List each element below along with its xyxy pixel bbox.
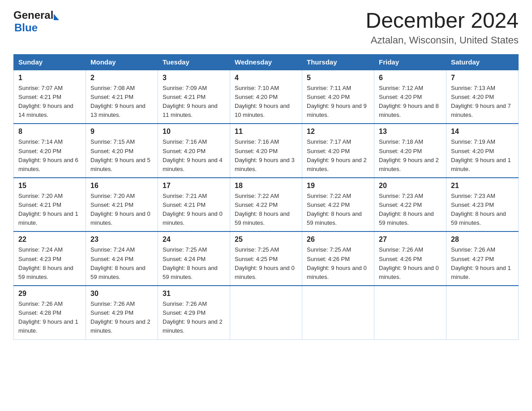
day-number: 23 [90, 235, 153, 244]
day-info: Sunrise: 7:26 AMSunset: 4:29 PMDaylight:… [90, 300, 150, 334]
day-info: Sunrise: 7:22 AMSunset: 4:22 PMDaylight:… [307, 193, 362, 226]
calendar-cell: 24 Sunrise: 7:25 AMSunset: 4:24 PMDaylig… [158, 231, 230, 286]
day-info: Sunrise: 7:26 AMSunset: 4:26 PMDaylight:… [379, 246, 439, 280]
day-info: Sunrise: 7:16 AMSunset: 4:20 PMDaylight:… [235, 138, 295, 172]
calendar-cell: 3 Sunrise: 7:09 AMSunset: 4:21 PMDayligh… [158, 70, 230, 124]
calendar-cell: 31 Sunrise: 7:26 AMSunset: 4:29 PMDaylig… [158, 286, 230, 339]
day-info: Sunrise: 7:16 AMSunset: 4:20 PMDaylight:… [163, 138, 223, 172]
weekday-header-monday: Monday [86, 54, 158, 70]
calendar-cell: 27 Sunrise: 7:26 AMSunset: 4:26 PMDaylig… [374, 231, 446, 286]
day-number: 6 [379, 74, 442, 82]
day-info: Sunrise: 7:24 AMSunset: 4:23 PMDaylight:… [18, 246, 73, 280]
calendar-week-1: 1 Sunrise: 7:07 AMSunset: 4:21 PMDayligh… [14, 70, 519, 124]
day-info: Sunrise: 7:10 AMSunset: 4:20 PMDaylight:… [235, 85, 290, 118]
day-info: Sunrise: 7:18 AMSunset: 4:20 PMDaylight:… [379, 138, 439, 172]
day-info: Sunrise: 7:22 AMSunset: 4:22 PMDaylight:… [235, 193, 290, 226]
day-info: Sunrise: 7:15 AMSunset: 4:20 PMDaylight:… [90, 138, 150, 172]
weekday-header-sunday: Sunday [14, 54, 86, 70]
day-info: Sunrise: 7:25 AMSunset: 4:24 PMDaylight:… [163, 246, 218, 280]
calendar-cell: 4 Sunrise: 7:10 AMSunset: 4:20 PMDayligh… [230, 70, 302, 124]
calendar-cell: 30 Sunrise: 7:26 AMSunset: 4:29 PMDaylig… [86, 286, 158, 339]
day-number: 17 [163, 182, 225, 190]
day-number: 31 [163, 290, 225, 298]
day-number: 18 [235, 182, 297, 190]
day-info: Sunrise: 7:24 AMSunset: 4:24 PMDaylight:… [90, 246, 146, 280]
location-subtitle: Aztalan, Wisconsin, United States [365, 34, 519, 46]
day-number: 29 [18, 290, 81, 298]
day-number: 11 [235, 128, 297, 136]
calendar-cell: 5 Sunrise: 7:11 AMSunset: 4:20 PMDayligh… [302, 70, 374, 124]
calendar-cell: 20 Sunrise: 7:23 AMSunset: 4:22 PMDaylig… [374, 178, 446, 232]
logo: General Blue [13, 9, 59, 34]
calendar-cell: 28 Sunrise: 7:26 AMSunset: 4:27 PMDaylig… [446, 231, 519, 286]
day-info: Sunrise: 7:23 AMSunset: 4:23 PMDaylight:… [451, 193, 506, 226]
day-number: 19 [307, 182, 369, 190]
day-info: Sunrise: 7:26 AMSunset: 4:29 PMDaylight:… [163, 300, 223, 334]
day-info: Sunrise: 7:26 AMSunset: 4:27 PMDaylight:… [451, 246, 511, 280]
calendar-cell: 10 Sunrise: 7:16 AMSunset: 4:20 PMDaylig… [158, 124, 230, 178]
day-number: 15 [18, 182, 81, 190]
day-number: 25 [235, 235, 297, 244]
calendar-week-2: 8 Sunrise: 7:14 AMSunset: 4:20 PMDayligh… [14, 124, 519, 178]
day-info: Sunrise: 7:26 AMSunset: 4:28 PMDaylight:… [18, 300, 78, 334]
calendar-cell: 13 Sunrise: 7:18 AMSunset: 4:20 PMDaylig… [374, 124, 446, 178]
day-number: 5 [307, 74, 369, 82]
day-number: 7 [451, 74, 514, 82]
weekday-header-row: SundayMondayTuesdayWednesdayThursdayFrid… [14, 54, 519, 70]
day-info: Sunrise: 7:25 AMSunset: 4:25 PMDaylight:… [235, 246, 295, 280]
calendar-cell [302, 286, 374, 339]
calendar-cell: 22 Sunrise: 7:24 AMSunset: 4:23 PMDaylig… [14, 231, 86, 286]
calendar-week-5: 29 Sunrise: 7:26 AMSunset: 4:28 PMDaylig… [14, 286, 519, 339]
day-number: 22 [18, 235, 81, 244]
weekday-header-tuesday: Tuesday [158, 54, 230, 70]
day-number: 4 [235, 74, 297, 82]
day-number: 14 [451, 128, 514, 136]
day-number: 28 [451, 235, 514, 244]
day-number: 13 [379, 128, 442, 136]
calendar-cell [374, 286, 446, 339]
day-info: Sunrise: 7:07 AMSunset: 4:21 PMDaylight:… [18, 85, 73, 118]
day-number: 9 [90, 128, 153, 136]
logo-general-text: General [13, 9, 53, 21]
weekday-header-saturday: Saturday [446, 54, 519, 70]
title-block: December 2024 Aztalan, Wisconsin, United… [365, 9, 519, 46]
day-number: 1 [18, 74, 81, 82]
logo-triangle-icon [54, 14, 59, 20]
day-number: 21 [451, 182, 514, 190]
day-number: 12 [307, 128, 369, 136]
calendar-cell: 16 Sunrise: 7:20 AMSunset: 4:21 PMDaylig… [86, 178, 158, 232]
day-info: Sunrise: 7:25 AMSunset: 4:26 PMDaylight:… [307, 246, 367, 280]
weekday-header-wednesday: Wednesday [230, 54, 302, 70]
day-info: Sunrise: 7:12 AMSunset: 4:20 PMDaylight:… [379, 85, 439, 118]
weekday-header-friday: Friday [374, 54, 446, 70]
day-number: 30 [90, 290, 153, 298]
month-title: December 2024 [365, 9, 519, 33]
calendar-cell: 11 Sunrise: 7:16 AMSunset: 4:20 PMDaylig… [230, 124, 302, 178]
day-info: Sunrise: 7:19 AMSunset: 4:20 PMDaylight:… [451, 138, 511, 172]
day-info: Sunrise: 7:17 AMSunset: 4:20 PMDaylight:… [307, 138, 367, 172]
day-number: 10 [163, 128, 225, 136]
page-header: General Blue December 2024 Aztalan, Wisc… [13, 9, 519, 46]
day-number: 16 [90, 182, 153, 190]
calendar-cell: 8 Sunrise: 7:14 AMSunset: 4:20 PMDayligh… [14, 124, 86, 178]
calendar-cell: 21 Sunrise: 7:23 AMSunset: 4:23 PMDaylig… [446, 178, 519, 232]
day-info: Sunrise: 7:08 AMSunset: 4:21 PMDaylight:… [90, 85, 146, 118]
calendar-cell: 26 Sunrise: 7:25 AMSunset: 4:26 PMDaylig… [302, 231, 374, 286]
day-number: 2 [90, 74, 153, 82]
calendar-cell [446, 286, 519, 339]
calendar-cell: 1 Sunrise: 7:07 AMSunset: 4:21 PMDayligh… [14, 70, 86, 124]
calendar-cell: 6 Sunrise: 7:12 AMSunset: 4:20 PMDayligh… [374, 70, 446, 124]
day-info: Sunrise: 7:11 AMSunset: 4:20 PMDaylight:… [307, 85, 367, 118]
day-info: Sunrise: 7:23 AMSunset: 4:22 PMDaylight:… [379, 193, 434, 226]
calendar-cell: 9 Sunrise: 7:15 AMSunset: 4:20 PMDayligh… [86, 124, 158, 178]
calendar-cell: 2 Sunrise: 7:08 AMSunset: 4:21 PMDayligh… [86, 70, 158, 124]
calendar-cell: 23 Sunrise: 7:24 AMSunset: 4:24 PMDaylig… [86, 231, 158, 286]
calendar-cell: 19 Sunrise: 7:22 AMSunset: 4:22 PMDaylig… [302, 178, 374, 232]
calendar-table: SundayMondayTuesdayWednesdayThursdayFrid… [13, 54, 519, 340]
day-info: Sunrise: 7:13 AMSunset: 4:20 PMDaylight:… [451, 85, 511, 118]
day-number: 26 [307, 235, 369, 244]
day-info: Sunrise: 7:14 AMSunset: 4:20 PMDaylight:… [18, 138, 78, 172]
calendar-cell [230, 286, 302, 339]
day-number: 24 [163, 235, 225, 244]
calendar-cell: 12 Sunrise: 7:17 AMSunset: 4:20 PMDaylig… [302, 124, 374, 178]
